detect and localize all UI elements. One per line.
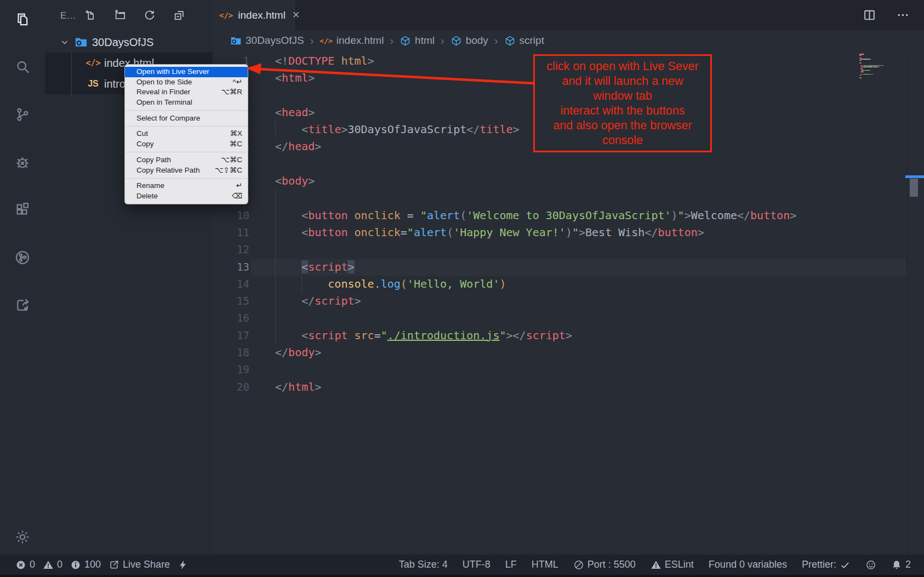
minimap[interactable] <box>859 54 903 79</box>
code-line-19[interactable]: 19 <box>213 361 924 378</box>
refresh-icon[interactable] <box>144 9 156 21</box>
status-bar: 00100Live Share Tab Size: 4UTF-8LFHTMLPo… <box>0 555 924 577</box>
annotation-text-line: click on open with Live Sever <box>546 59 698 74</box>
status-smiley-indicator[interactable] <box>865 559 876 570</box>
tree-indent-guide <box>71 53 72 95</box>
line-content: <script src="./introduction.js"></script… <box>275 329 572 342</box>
activity-item-extensions[interactable] <box>14 203 31 219</box>
status-tab-size-4[interactable]: Tab Size: 4 <box>399 559 448 570</box>
activity-item-source-control[interactable] <box>14 107 31 124</box>
menu-item-label: Open with Live Server <box>136 67 209 77</box>
status-live-share[interactable]: Live Share <box>109 559 170 570</box>
annotation-note: click on open with Live Severand it will… <box>533 54 712 152</box>
menu-item-shortcut: ↵ <box>236 181 242 191</box>
line-content: </head> <box>275 140 321 153</box>
close-icon[interactable]: ✕ <box>292 9 300 21</box>
breadcrumb-item-index-html[interactable]: </>index.html <box>320 35 384 47</box>
menu-item-open-to-the-side[interactable]: Open to the Side^↵ <box>125 77 248 88</box>
menu-item-open-with-live-server[interactable]: Open with Live Server <box>125 67 248 77</box>
activity-item-settings[interactable] <box>14 530 31 546</box>
menu-item-reveal-in-finder[interactable]: Reveal in Finder⌥⌘R <box>125 87 248 98</box>
code-line-11[interactable]: 11 <button onclick="alert('Happy New Yea… <box>213 224 924 241</box>
status-lf[interactable]: LF <box>505 559 517 570</box>
code-line-9[interactable]: 9 <box>213 190 924 207</box>
extensions-icon <box>14 202 31 220</box>
new-file-icon[interactable] <box>84 9 96 21</box>
status-label: Found 0 variables <box>709 559 787 570</box>
code-line-7[interactable]: 7 <box>213 156 924 173</box>
status-2[interactable]: 2 <box>891 559 911 570</box>
status-label: 0 <box>30 559 35 570</box>
code-line-8[interactable]: 8<body> <box>213 173 924 190</box>
live-share-icon <box>14 297 31 316</box>
status-bolt-indicator[interactable] <box>178 559 189 570</box>
collapse-all-icon[interactable] <box>173 9 185 21</box>
breadcrumb-item-script[interactable]: script <box>504 35 544 47</box>
status-html[interactable]: HTML <box>532 559 558 570</box>
menu-item-copy-path[interactable]: Copy Path⌥⌘C <box>125 155 248 165</box>
breadcrumb-separator: › <box>309 35 315 47</box>
new-folder-icon[interactable] <box>114 9 126 21</box>
status-100[interactable]: 100 <box>70 559 101 570</box>
breadcrumb-item-body[interactable]: body <box>450 35 488 47</box>
activity-item-run-debug[interactable] <box>14 155 31 172</box>
run-debug-icon <box>14 154 31 173</box>
code-line-20[interactable]: 20</html> <box>213 379 924 396</box>
more-actions-icon[interactable] <box>896 8 910 22</box>
status-0[interactable]: 0 <box>15 559 35 570</box>
code-line-17[interactable]: 17 <script src="./introduction.js"></scr… <box>213 327 924 344</box>
code-line-12[interactable]: 12 <box>213 241 924 258</box>
menu-item-label: Delete <box>136 191 158 202</box>
code-line-14[interactable]: 14 console.log('Hello, World') <box>213 276 924 293</box>
activity-item-explorer[interactable] <box>14 12 31 28</box>
slash-circle-icon <box>573 559 584 570</box>
breadcrumb-separator: › <box>389 35 395 47</box>
code-line-15[interactable]: 15 </script> <box>213 293 924 310</box>
folder-row-30daysofjs[interactable]: 30DaysOfJS <box>45 32 213 53</box>
menu-item-delete[interactable]: Delete⌫ <box>125 191 248 202</box>
line-number: 11 <box>213 224 249 241</box>
line-number: 20 <box>213 379 249 396</box>
menu-item-shortcut: ⌥⌘C <box>221 155 242 165</box>
js-file-icon: JS <box>82 79 104 89</box>
status-utf-8[interactable]: UTF-8 <box>463 559 490 570</box>
symbol-cube-icon <box>450 35 462 47</box>
tab-index-html[interactable]: </> index.html ✕ <box>213 0 296 30</box>
tab-bar: </> index.html ✕ <box>213 0 924 30</box>
code-line-13[interactable]: 13 <script> <box>213 259 924 276</box>
explorer-icon <box>14 11 31 30</box>
status-port-5500[interactable]: Port : 5500 <box>573 559 636 570</box>
menu-item-cut[interactable]: Cut⌘X <box>125 129 248 139</box>
menu-item-copy[interactable]: Copy⌘C <box>125 139 248 150</box>
warning-icon <box>651 559 661 570</box>
share-icon <box>109 559 119 570</box>
code-line-16[interactable]: 16 <box>213 310 924 327</box>
code-line-10[interactable]: 10 <button onclick = "alert('Welcome to … <box>213 207 924 224</box>
code-line-18[interactable]: 18</body> <box>213 344 924 361</box>
scrollbar-thumb[interactable] <box>910 179 918 197</box>
line-content: </script> <box>275 294 361 307</box>
line-number: 15 <box>213 293 249 310</box>
status-eslint[interactable]: ESLint <box>651 559 694 570</box>
menu-item-rename[interactable]: Rename↵ <box>125 181 248 191</box>
menu-item-copy-relative-path[interactable]: Copy Relative Path⌥⇧⌘C <box>125 165 248 176</box>
symbol-cube-icon <box>400 35 411 47</box>
split-editor-icon[interactable] <box>863 8 876 22</box>
menu-item-label: Copy Path <box>136 155 171 165</box>
status-found-0-variables[interactable]: Found 0 variables <box>709 559 787 570</box>
status-bar-left: 00100Live Share <box>0 559 189 570</box>
status-0[interactable]: 0 <box>43 559 62 570</box>
menu-item-shortcut: ⌘C <box>230 139 242 150</box>
status-prettier-[interactable]: Prettier: <box>802 559 851 570</box>
menu-item-label: Reveal in Finder <box>136 87 190 98</box>
smiley-icon <box>865 559 876 570</box>
menu-item-select-for-compare[interactable]: Select for Compare <box>125 113 248 124</box>
menu-item-open-in-terminal[interactable]: Open in Terminal <box>125 98 248 108</box>
breadcrumb-item-30daysofjs[interactable]: 30DaysOfJS <box>230 35 304 47</box>
breadcrumb-item-html[interactable]: html <box>400 35 435 47</box>
activity-item-gitlens[interactable] <box>14 250 31 267</box>
line-content: <title>30DaysOfJavaScript</title> <box>275 123 520 136</box>
activity-item-live-share[interactable] <box>14 298 31 315</box>
activity-item-search[interactable] <box>14 60 31 76</box>
line-content: </html> <box>275 380 321 393</box>
